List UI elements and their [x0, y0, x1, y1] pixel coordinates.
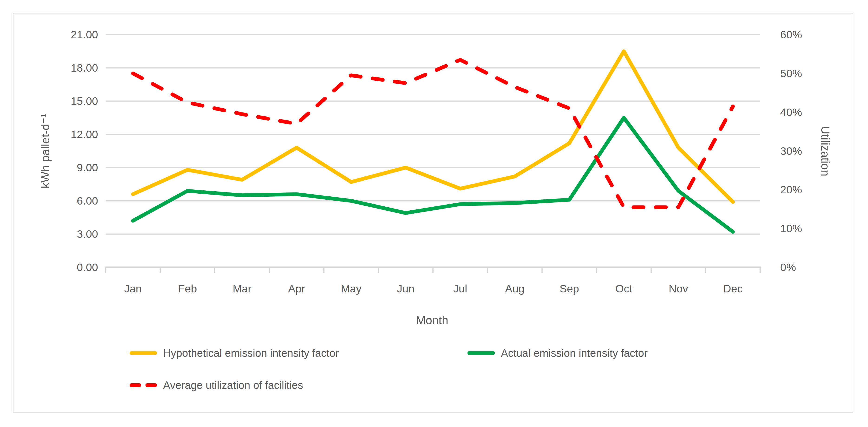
left-axis-tick-label: 6.00: [77, 194, 98, 207]
month-label: Jun: [397, 282, 414, 295]
month-label: Dec: [723, 282, 743, 295]
right-axis-tick-label: 20%: [780, 183, 802, 196]
legend-item-actual: Actual emission intensity factor: [467, 347, 648, 359]
left-axis-tick-label: 9.00: [77, 161, 98, 174]
x-axis-title: Month: [416, 313, 448, 327]
left-axis-tick-label: 3.00: [77, 228, 98, 240]
month-label: Mar: [232, 282, 251, 295]
left-axis-tick-label: 18.00: [71, 62, 98, 74]
legend-item-hypothetical: Hypothetical emission intensity factor: [130, 347, 339, 359]
left-axis-tick-label: 0.00: [77, 261, 98, 273]
legend-item-utilization: Average utilization of facilities: [130, 379, 303, 391]
right-axis-title: Utilization: [818, 126, 832, 176]
month-label: Apr: [288, 282, 305, 295]
month-label: May: [341, 282, 362, 295]
month-label: Jul: [453, 282, 467, 295]
right-axis-tick-label: 30%: [780, 145, 802, 157]
left-axis-title: kWh pallet-d⁻¹: [38, 114, 52, 188]
series-line-hypothetical: [133, 51, 733, 202]
right-axis-tick-label: 40%: [780, 106, 802, 118]
right-axis-tick-label: 0%: [780, 261, 796, 273]
month-label: Sep: [560, 282, 579, 295]
chart-plot-area: 0.003.006.009.0012.0015.0018.0021.000%10…: [0, 0, 868, 427]
legend-label-utilization: Average utilization of facilities: [163, 379, 303, 391]
month-label: Oct: [616, 282, 632, 295]
left-axis-tick-label: 21.00: [71, 28, 98, 41]
legend-marker-actual: [467, 351, 495, 355]
month-label: Jan: [124, 282, 142, 295]
legend-label-actual: Actual emission intensity factor: [501, 347, 648, 359]
left-axis-tick-label: 12.00: [71, 128, 98, 141]
right-axis-tick-label: 60%: [780, 28, 802, 41]
right-axis-tick-label: 10%: [780, 222, 802, 235]
month-label: Aug: [505, 282, 525, 295]
month-label: Nov: [669, 282, 688, 295]
legend-label-hypothetical: Hypothetical emission intensity factor: [163, 347, 339, 359]
month-label: Feb: [178, 282, 197, 295]
legend-marker-hypothetical: [130, 351, 157, 355]
legend-marker-utilization: [130, 383, 157, 387]
right-axis-tick-label: 50%: [780, 67, 802, 80]
left-axis-tick-label: 15.00: [71, 95, 98, 107]
